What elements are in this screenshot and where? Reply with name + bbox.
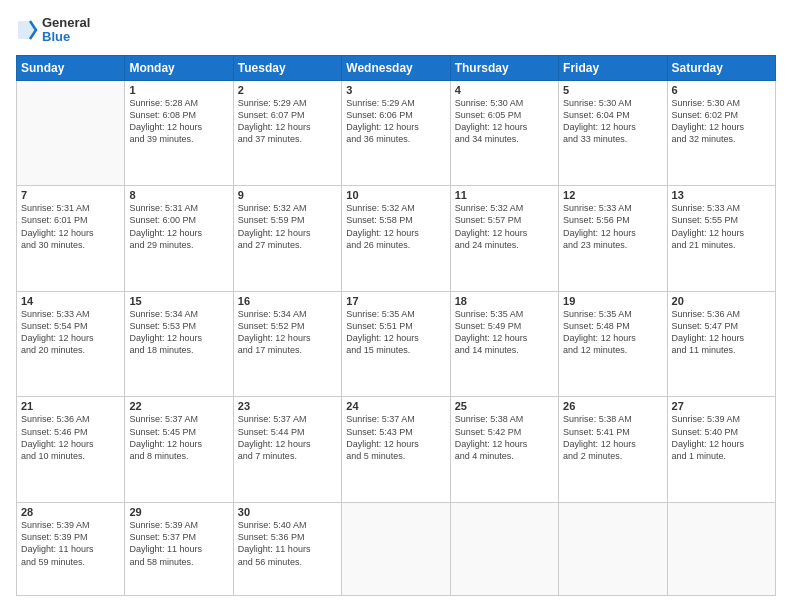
day-info: Sunrise: 5:38 AM Sunset: 5:41 PM Dayligh… [563, 413, 662, 462]
day-number: 30 [238, 506, 337, 518]
calendar-cell [450, 503, 558, 596]
day-info: Sunrise: 5:32 AM Sunset: 5:58 PM Dayligh… [346, 202, 445, 251]
day-info: Sunrise: 5:40 AM Sunset: 5:36 PM Dayligh… [238, 519, 337, 568]
day-info: Sunrise: 5:39 AM Sunset: 5:39 PM Dayligh… [21, 519, 120, 568]
day-number: 3 [346, 84, 445, 96]
calendar-cell: 28Sunrise: 5:39 AM Sunset: 5:39 PM Dayli… [17, 503, 125, 596]
calendar-cell: 9Sunrise: 5:32 AM Sunset: 5:59 PM Daylig… [233, 186, 341, 292]
calendar-cell: 1Sunrise: 5:28 AM Sunset: 6:08 PM Daylig… [125, 80, 233, 186]
day-number: 16 [238, 295, 337, 307]
weekday-header: Tuesday [233, 55, 341, 80]
calendar-cell [667, 503, 775, 596]
calendar-cell: 5Sunrise: 5:30 AM Sunset: 6:04 PM Daylig… [559, 80, 667, 186]
day-number: 24 [346, 400, 445, 412]
day-number: 14 [21, 295, 120, 307]
calendar-cell: 17Sunrise: 5:35 AM Sunset: 5:51 PM Dayli… [342, 291, 450, 397]
logo-icon [16, 19, 38, 41]
day-number: 19 [563, 295, 662, 307]
day-info: Sunrise: 5:35 AM Sunset: 5:51 PM Dayligh… [346, 308, 445, 357]
calendar-cell: 11Sunrise: 5:32 AM Sunset: 5:57 PM Dayli… [450, 186, 558, 292]
calendar-cell: 25Sunrise: 5:38 AM Sunset: 5:42 PM Dayli… [450, 397, 558, 503]
day-number: 5 [563, 84, 662, 96]
day-number: 21 [21, 400, 120, 412]
day-number: 15 [129, 295, 228, 307]
weekday-header: Thursday [450, 55, 558, 80]
calendar-week-row: 21Sunrise: 5:36 AM Sunset: 5:46 PM Dayli… [17, 397, 776, 503]
day-number: 13 [672, 189, 771, 201]
calendar-week-row: 28Sunrise: 5:39 AM Sunset: 5:39 PM Dayli… [17, 503, 776, 596]
calendar-cell [559, 503, 667, 596]
day-info: Sunrise: 5:31 AM Sunset: 6:01 PM Dayligh… [21, 202, 120, 251]
day-info: Sunrise: 5:39 AM Sunset: 5:37 PM Dayligh… [129, 519, 228, 568]
day-number: 8 [129, 189, 228, 201]
logo-block: General Blue [16, 16, 90, 45]
day-info: Sunrise: 5:34 AM Sunset: 5:53 PM Dayligh… [129, 308, 228, 357]
calendar-cell: 3Sunrise: 5:29 AM Sunset: 6:06 PM Daylig… [342, 80, 450, 186]
calendar-cell: 22Sunrise: 5:37 AM Sunset: 5:45 PM Dayli… [125, 397, 233, 503]
day-info: Sunrise: 5:30 AM Sunset: 6:05 PM Dayligh… [455, 97, 554, 146]
day-number: 17 [346, 295, 445, 307]
day-info: Sunrise: 5:33 AM Sunset: 5:55 PM Dayligh… [672, 202, 771, 251]
day-number: 9 [238, 189, 337, 201]
calendar-cell: 23Sunrise: 5:37 AM Sunset: 5:44 PM Dayli… [233, 397, 341, 503]
day-number: 1 [129, 84, 228, 96]
day-info: Sunrise: 5:35 AM Sunset: 5:49 PM Dayligh… [455, 308, 554, 357]
calendar-week-row: 14Sunrise: 5:33 AM Sunset: 5:54 PM Dayli… [17, 291, 776, 397]
day-info: Sunrise: 5:39 AM Sunset: 5:40 PM Dayligh… [672, 413, 771, 462]
day-number: 12 [563, 189, 662, 201]
day-info: Sunrise: 5:32 AM Sunset: 5:57 PM Dayligh… [455, 202, 554, 251]
weekday-header: Saturday [667, 55, 775, 80]
page: General Blue SundayMondayTuesdayWednesda… [0, 0, 792, 612]
calendar-cell: 12Sunrise: 5:33 AM Sunset: 5:56 PM Dayli… [559, 186, 667, 292]
day-number: 28 [21, 506, 120, 518]
logo-general: General [42, 16, 90, 30]
day-info: Sunrise: 5:36 AM Sunset: 5:46 PM Dayligh… [21, 413, 120, 462]
calendar-week-row: 7Sunrise: 5:31 AM Sunset: 6:01 PM Daylig… [17, 186, 776, 292]
day-number: 6 [672, 84, 771, 96]
weekday-header: Monday [125, 55, 233, 80]
day-info: Sunrise: 5:37 AM Sunset: 5:45 PM Dayligh… [129, 413, 228, 462]
day-info: Sunrise: 5:36 AM Sunset: 5:47 PM Dayligh… [672, 308, 771, 357]
day-number: 27 [672, 400, 771, 412]
calendar-cell: 30Sunrise: 5:40 AM Sunset: 5:36 PM Dayli… [233, 503, 341, 596]
day-info: Sunrise: 5:29 AM Sunset: 6:07 PM Dayligh… [238, 97, 337, 146]
calendar-cell: 15Sunrise: 5:34 AM Sunset: 5:53 PM Dayli… [125, 291, 233, 397]
calendar-cell: 18Sunrise: 5:35 AM Sunset: 5:49 PM Dayli… [450, 291, 558, 397]
day-info: Sunrise: 5:31 AM Sunset: 6:00 PM Dayligh… [129, 202, 228, 251]
day-number: 11 [455, 189, 554, 201]
day-number: 10 [346, 189, 445, 201]
logo: General Blue [16, 16, 90, 45]
day-info: Sunrise: 5:30 AM Sunset: 6:04 PM Dayligh… [563, 97, 662, 146]
day-number: 23 [238, 400, 337, 412]
calendar-cell: 14Sunrise: 5:33 AM Sunset: 5:54 PM Dayli… [17, 291, 125, 397]
calendar-week-row: 1Sunrise: 5:28 AM Sunset: 6:08 PM Daylig… [17, 80, 776, 186]
day-info: Sunrise: 5:34 AM Sunset: 5:52 PM Dayligh… [238, 308, 337, 357]
day-number: 2 [238, 84, 337, 96]
weekday-header: Sunday [17, 55, 125, 80]
calendar-cell: 6Sunrise: 5:30 AM Sunset: 6:02 PM Daylig… [667, 80, 775, 186]
calendar-cell [342, 503, 450, 596]
day-number: 4 [455, 84, 554, 96]
calendar-cell: 26Sunrise: 5:38 AM Sunset: 5:41 PM Dayli… [559, 397, 667, 503]
day-number: 29 [129, 506, 228, 518]
day-info: Sunrise: 5:37 AM Sunset: 5:44 PM Dayligh… [238, 413, 337, 462]
calendar-cell [17, 80, 125, 186]
calendar-cell: 4Sunrise: 5:30 AM Sunset: 6:05 PM Daylig… [450, 80, 558, 186]
calendar-cell: 20Sunrise: 5:36 AM Sunset: 5:47 PM Dayli… [667, 291, 775, 397]
header: General Blue [16, 16, 776, 45]
day-info: Sunrise: 5:28 AM Sunset: 6:08 PM Dayligh… [129, 97, 228, 146]
day-info: Sunrise: 5:33 AM Sunset: 5:56 PM Dayligh… [563, 202, 662, 251]
calendar-cell: 21Sunrise: 5:36 AM Sunset: 5:46 PM Dayli… [17, 397, 125, 503]
day-number: 20 [672, 295, 771, 307]
calendar-cell: 7Sunrise: 5:31 AM Sunset: 6:01 PM Daylig… [17, 186, 125, 292]
day-number: 25 [455, 400, 554, 412]
logo-text: General Blue [42, 16, 90, 45]
logo-blue: Blue [42, 30, 90, 44]
calendar-cell: 8Sunrise: 5:31 AM Sunset: 6:00 PM Daylig… [125, 186, 233, 292]
calendar-cell: 10Sunrise: 5:32 AM Sunset: 5:58 PM Dayli… [342, 186, 450, 292]
day-info: Sunrise: 5:37 AM Sunset: 5:43 PM Dayligh… [346, 413, 445, 462]
day-number: 22 [129, 400, 228, 412]
calendar-cell: 16Sunrise: 5:34 AM Sunset: 5:52 PM Dayli… [233, 291, 341, 397]
calendar-cell: 19Sunrise: 5:35 AM Sunset: 5:48 PM Dayli… [559, 291, 667, 397]
day-info: Sunrise: 5:29 AM Sunset: 6:06 PM Dayligh… [346, 97, 445, 146]
